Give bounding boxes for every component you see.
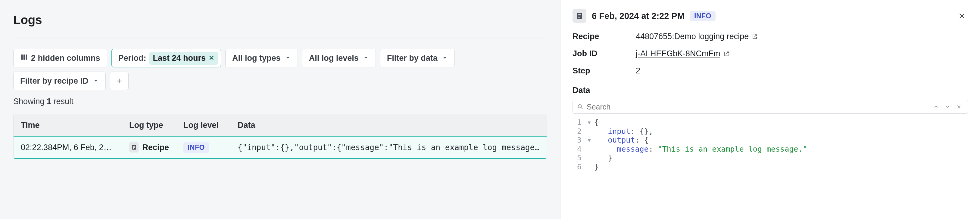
external-link-icon bbox=[752, 34, 758, 40]
recipe-link[interactable]: 44807655:Demo logging recipe bbox=[636, 32, 758, 41]
detail-meta: Recipe 44807655:Demo logging recipe Job … bbox=[573, 32, 968, 76]
code-line: 6 } bbox=[573, 162, 968, 171]
search-prev-button[interactable] bbox=[930, 101, 942, 113]
close-icon bbox=[958, 12, 966, 20]
period-value-tag: Last 24 hours ✕ bbox=[150, 52, 218, 65]
result-count: Showing 1 result bbox=[13, 97, 547, 106]
svg-rect-9 bbox=[578, 16, 581, 16]
filter-by-data[interactable]: Filter by data bbox=[380, 49, 455, 67]
meta-label-recipe: Recipe bbox=[573, 32, 636, 41]
cell-logtype-text: Recipe bbox=[142, 143, 169, 152]
cell-time: 02:22.384PM, 6 Feb, 2024 bbox=[14, 143, 122, 152]
code-string: "This is an example log message." bbox=[658, 145, 807, 154]
close-icon bbox=[956, 104, 962, 110]
chevron-down-icon bbox=[442, 54, 448, 63]
hidden-columns-label: 2 hidden columns bbox=[31, 54, 100, 63]
code-text: } bbox=[608, 154, 612, 162]
plus-icon: + bbox=[116, 76, 122, 87]
period-label: Period: bbox=[118, 54, 146, 63]
detail-panel: 6 Feb, 2024 at 2:22 PM INFO Recipe 44807… bbox=[560, 0, 980, 219]
log-table: Time Log type Log level Data 02:22.384PM… bbox=[13, 114, 547, 159]
table-header-row: Time Log type Log level Data bbox=[14, 114, 547, 136]
result-prefix: Showing bbox=[13, 97, 47, 106]
code-key: input bbox=[608, 127, 630, 136]
period-clear-icon[interactable]: ✕ bbox=[209, 55, 214, 61]
log-types-label: All log types bbox=[232, 54, 281, 63]
chevron-down-icon bbox=[285, 54, 291, 63]
search-clear-button[interactable] bbox=[953, 101, 965, 113]
filter-by-data-label: Filter by data bbox=[387, 54, 438, 63]
result-number: 1 bbox=[47, 97, 51, 106]
level-badge: INFO bbox=[690, 11, 716, 21]
svg-rect-4 bbox=[133, 146, 135, 147]
recipe-icon bbox=[573, 9, 586, 23]
cell-data: {"input":{},"output":{"message":"This is… bbox=[231, 143, 547, 152]
chevron-down-icon bbox=[945, 104, 950, 110]
page-title: Logs bbox=[13, 13, 547, 27]
svg-rect-10 bbox=[578, 17, 580, 17]
columns-icon bbox=[20, 53, 28, 63]
detail-title: 6 Feb, 2024 at 2:22 PM bbox=[592, 11, 684, 21]
log-types-filter[interactable]: All log types bbox=[225, 49, 298, 67]
code-line: 2 input: {}, bbox=[573, 127, 968, 136]
svg-rect-5 bbox=[133, 147, 135, 148]
data-search[interactable] bbox=[573, 100, 968, 114]
code-line: 5 } bbox=[573, 154, 968, 162]
result-suffix: result bbox=[51, 97, 73, 106]
code-text: : { bbox=[635, 136, 648, 145]
level-badge: INFO bbox=[183, 142, 209, 153]
svg-rect-6 bbox=[133, 148, 134, 149]
meta-value-step: 2 bbox=[636, 66, 968, 76]
recipe-icon bbox=[129, 142, 138, 152]
close-button[interactable] bbox=[956, 10, 968, 22]
filter-bar: 2 hidden columns Period: Last 24 hours ✕… bbox=[13, 49, 547, 90]
jobid-link-text: j-ALHEFGbK-8NCmFm bbox=[636, 49, 721, 58]
cell-loglevel: INFO bbox=[176, 142, 231, 153]
svg-rect-8 bbox=[578, 14, 581, 15]
col-loglevel: Log level bbox=[176, 121, 231, 130]
svg-point-11 bbox=[578, 105, 582, 108]
col-logtype: Log type bbox=[122, 121, 176, 130]
svg-rect-2 bbox=[25, 54, 27, 60]
code-line: 1▾{ bbox=[573, 118, 968, 127]
filter-by-recipe-label: Filter by recipe ID bbox=[20, 76, 89, 86]
col-time: Time bbox=[14, 121, 122, 130]
search-icon bbox=[577, 103, 584, 110]
period-filter-chip[interactable]: Period: Last 24 hours ✕ bbox=[111, 49, 221, 67]
code-key: output bbox=[608, 136, 635, 145]
svg-rect-0 bbox=[21, 54, 22, 60]
divider bbox=[13, 38, 547, 38]
meta-label-jobid: Job ID bbox=[573, 49, 636, 58]
log-levels-filter[interactable]: All log levels bbox=[302, 49, 376, 67]
search-next-button[interactable] bbox=[942, 101, 953, 113]
data-search-input[interactable] bbox=[587, 103, 930, 111]
json-viewer: 1▾{ 2 input: {}, 3▾ output: { 4 message:… bbox=[573, 118, 968, 171]
chevron-down-icon bbox=[363, 54, 369, 63]
recipe-link-text: 44807655:Demo logging recipe bbox=[636, 32, 749, 41]
code-text: : {}, bbox=[630, 127, 653, 136]
hidden-columns-chip[interactable]: 2 hidden columns bbox=[13, 49, 107, 67]
col-data: Data bbox=[231, 121, 547, 130]
add-filter-button[interactable]: + bbox=[110, 71, 129, 90]
external-link-icon bbox=[724, 51, 729, 57]
data-heading: Data bbox=[573, 86, 968, 95]
filter-by-recipe-id[interactable]: Filter by recipe ID bbox=[13, 71, 106, 90]
code-text: } bbox=[594, 162, 599, 171]
period-value-text: Last 24 hours bbox=[153, 54, 206, 63]
code-text: { bbox=[594, 118, 599, 127]
jobid-link[interactable]: j-ALHEFGbK-8NCmFm bbox=[636, 49, 729, 58]
detail-header: 6 Feb, 2024 at 2:22 PM INFO bbox=[573, 9, 968, 23]
cell-logtype: Recipe bbox=[122, 142, 176, 152]
meta-label-step: Step bbox=[573, 66, 636, 76]
chevron-down-icon bbox=[93, 76, 99, 86]
code-line: 3▾ output: { bbox=[573, 136, 968, 145]
code-line: 4 message: "This is an example log messa… bbox=[573, 145, 968, 154]
code-text: : bbox=[649, 145, 658, 154]
chevron-up-icon bbox=[933, 104, 939, 110]
code-key: message bbox=[617, 145, 648, 154]
svg-rect-1 bbox=[24, 54, 25, 60]
log-levels-label: All log levels bbox=[309, 54, 359, 63]
table-row[interactable]: 02:22.384PM, 6 Feb, 2024 Recipe INFO {"i… bbox=[14, 136, 547, 159]
